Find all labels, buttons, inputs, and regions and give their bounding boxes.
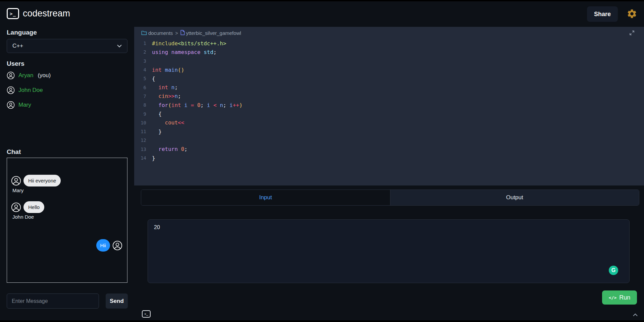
input-area: 20 G [148,219,630,283]
code-line-content: } [148,155,155,161]
user-avatar-icon [7,86,15,94]
code-line: 12 [134,136,644,145]
chat-messages: Hii everyoneMaryHelloJohn DoeHii [7,158,127,252]
breadcrumb-folder-label: documents [148,30,173,36]
gear-icon[interactable] [627,8,637,19]
code-line: 3 [134,57,644,65]
user-avatar-icon [7,71,15,79]
user-item: Mary [7,100,127,110]
chat-bubble: Hello [23,201,44,213]
code-line: 14} [134,154,644,162]
code-line: 8 for(int i = 0; i < n; i++) [134,101,644,109]
code-brackets-icon: </> [609,295,616,300]
code-editor[interactable]: 1#include<bits/stdc++.h>2using namespace… [134,39,644,185]
line-number: 1 [134,41,148,46]
folder-icon [141,30,147,36]
chat-bubble-self: Hii [96,239,110,252]
chat-message-self: Hii [11,239,123,252]
line-number: 13 [134,147,148,152]
code-line: 4int main() [134,65,644,74]
users-label: Users [7,60,24,67]
line-number: 2 [134,49,148,55]
chat-message-input[interactable] [7,293,99,309]
line-number: 14 [134,155,148,161]
code-lines: 1#include<bits/stdc++.h>2using namespace… [134,39,644,162]
terminal-logo-icon: >_ [7,8,19,19]
send-button[interactable]: Send [106,293,128,309]
user-avatar-icon [7,101,15,109]
expand-icon[interactable] [629,30,635,37]
code-line-content: int n; [148,84,178,91]
code-line-content: cout<< [148,119,184,126]
user-avatar-icon [11,202,21,212]
user-suffix: (you) [38,72,51,79]
code-line: 11 } [134,127,644,136]
run-button-label: Run [619,294,630,301]
line-number: 9 [134,111,148,117]
code-line-content: { [148,75,155,82]
user-item: Aryan(you) [7,70,127,81]
user-name: John Doe [18,87,43,94]
code-line-content: } [148,128,162,135]
line-number: 12 [134,138,148,143]
user-name: Mary [18,102,31,108]
chat-message: HelloJohn Doe [11,201,123,220]
code-line: 13 return 0; [134,145,644,154]
terminal-logo-glyph: >_ [10,11,16,16]
breadcrumb-separator: > [175,31,178,36]
code-line-content: { [148,111,162,117]
line-number: 10 [134,120,148,125]
code-line-content: for(int i = 0; i < n; i++) [148,102,243,108]
code-line: 9 { [134,109,644,118]
code-line: 6 int n; [134,83,644,92]
line-number: 4 [134,67,148,72]
breadcrumb-file[interactable]: ytterbic_silver_gamefowl [180,30,241,36]
file-icon [180,30,185,36]
line-number: 11 [134,129,148,134]
chevron-up-icon[interactable] [633,312,638,318]
editor-panel: documents > ytterbic_silver_gamefowl 1#i… [134,27,644,185]
io-tabs: Input Output [141,190,639,206]
app-logo: >_ codestream [7,8,70,19]
codestream-app: { "app": { "name": "codestream", "logo_g… [0,0,644,322]
user-avatar-icon [11,176,21,186]
code-line-content: using namespace std; [148,49,217,55]
code-line: 7 cin>>n; [134,92,644,101]
line-number: 3 [134,58,148,64]
breadcrumb-folder[interactable]: documents [141,30,173,36]
language-select[interactable]: C++ [7,39,127,53]
chat-box: Hii everyoneMaryHelloJohn DoeHii [7,158,127,283]
chat-author: John Doe [12,214,123,220]
code-line-content: return 0; [148,146,187,152]
run-button[interactable]: </> Run [602,290,637,305]
app-title: codestream [23,8,70,19]
chat-label: Chat [7,148,21,156]
code-line: 10 cout<< [134,118,644,127]
user-item: John Doe [7,85,127,96]
grammarly-icon[interactable]: G [609,266,618,275]
line-number: 8 [134,102,148,108]
breadcrumb: documents > ytterbic_silver_gamefowl [141,30,241,36]
line-number: 5 [134,76,148,81]
user-name: Aryan [18,72,33,79]
language-label: Language [7,29,37,36]
tab-input[interactable]: Input [141,190,390,205]
code-line-content: cin>>n; [148,93,181,99]
code-line-content: int main() [148,67,184,73]
tab-output[interactable]: Output [390,190,639,205]
stdin-textarea[interactable]: 20 [148,219,630,283]
share-button[interactable]: Share [587,6,618,22]
breadcrumb-file-label: ytterbic_silver_gamefowl [186,30,241,36]
chat-author: Mary [12,187,123,193]
chat-message: Hii everyoneMary [11,175,123,193]
line-number: 7 [134,94,148,99]
code-line: 2using namespace std; [134,48,644,56]
users-list: Aryan(you)John DoeMary [7,70,127,110]
language-selected-value: C++ [12,43,23,49]
chat-bubble: Hii everyone [23,175,61,186]
code-line-content: #include<bits/stdc++.h> [148,40,226,47]
chevron-down-icon [117,43,122,49]
user-avatar-icon [112,240,122,251]
console-toggle-icon[interactable]: >_ [142,310,151,318]
code-line: 5{ [134,74,644,83]
